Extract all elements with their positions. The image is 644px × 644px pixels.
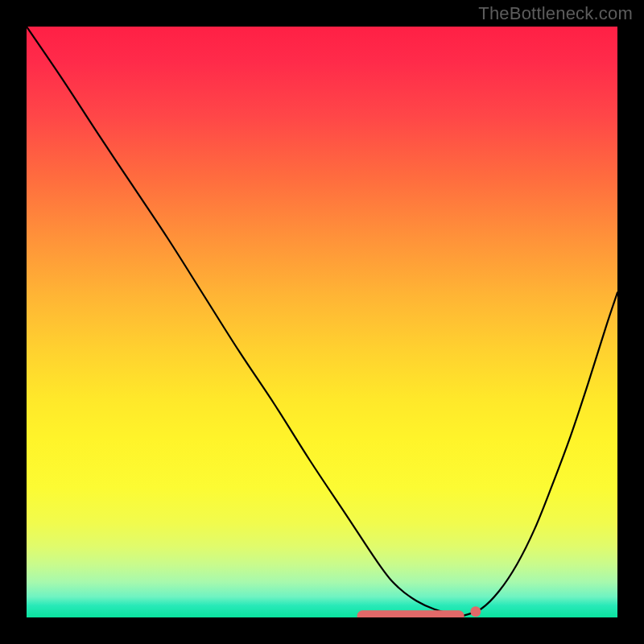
watermark-text: TheBottleneck.com (478, 3, 633, 24)
valley-bar-marker (357, 611, 464, 617)
chart-frame: TheBottleneck.com (0, 0, 644, 644)
valley-dot-marker (470, 606, 481, 617)
curve-right-branch (464, 292, 617, 616)
curve-layer (27, 27, 617, 617)
plot-area (27, 27, 617, 617)
curve-left-branch (27, 27, 464, 616)
